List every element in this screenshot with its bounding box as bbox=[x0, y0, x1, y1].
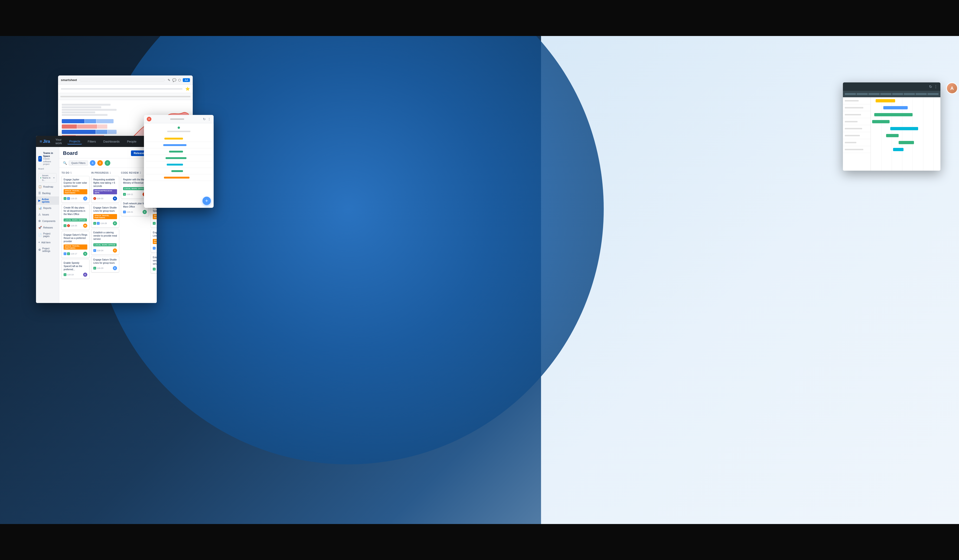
col-todo-header: TO DO 5 bbox=[62, 171, 89, 176]
card-prog-title-2: Engage Saturn Shuttle Lines for group to… bbox=[93, 206, 117, 213]
close-button[interactable]: ✕ bbox=[147, 117, 151, 121]
col-h-2 bbox=[857, 93, 868, 95]
ss-row-1 bbox=[62, 104, 110, 106]
card-prog-3[interactable]: Establish a catering vendor to provide m… bbox=[91, 229, 119, 255]
settings-icon[interactable]: ⭐ bbox=[185, 87, 190, 91]
seg-8 bbox=[96, 130, 107, 134]
nav-filters[interactable]: Filters bbox=[86, 139, 97, 144]
card-prog-footer-4: S 116-29 E bbox=[93, 266, 117, 270]
roadmap-icon: 📋 bbox=[38, 185, 42, 188]
gantt-task-row bbox=[843, 139, 871, 146]
share-icon[interactable]: ⬡ bbox=[178, 78, 181, 82]
gantt-more-icon[interactable]: ⋮ bbox=[934, 84, 938, 89]
filter-search-icon[interactable]: 🔍 bbox=[63, 161, 67, 165]
sprints-label: Active sprints bbox=[42, 198, 57, 203]
card-todo-4[interactable]: Enable Speedy SpaceCraft as the preferre… bbox=[62, 259, 89, 279]
gantt-task-row bbox=[843, 111, 871, 118]
filter-avatar-2[interactable]: B bbox=[97, 160, 103, 166]
card-prog-num-2: 116-28 bbox=[100, 222, 107, 224]
card-prog-avatar-2: E bbox=[113, 221, 117, 226]
gantt-refresh-icon[interactable]: ↻ bbox=[929, 84, 932, 89]
menu-project-settings[interactable]: ⚙ Project settings bbox=[36, 246, 59, 254]
gantt-task-list bbox=[843, 97, 871, 171]
nav-dashboards[interactable]: Dashboards bbox=[102, 139, 121, 144]
menu-active-sprints[interactable]: ▶ Active sprints bbox=[36, 196, 59, 205]
content-area: smartsheet ✎ 💬 ⬡ AA ⭐ bbox=[0, 36, 959, 524]
card-review-icons-1: S 116-11 bbox=[123, 193, 133, 196]
proj-settings-icon: ⚙ bbox=[38, 248, 41, 251]
card-todo-1[interactable]: Engage Jupiter Express for outer solar s… bbox=[62, 176, 89, 203]
card-prog-title-3: Establish a catering vendor to provide m… bbox=[93, 231, 117, 241]
jira-logo-j: Jira bbox=[43, 139, 50, 144]
cal-status-dot bbox=[178, 127, 180, 129]
card-prog-4[interactable]: Engage Saturn Shuttle Lines for group to… bbox=[91, 256, 119, 272]
proj-name-block: Teams in Space Classic software project bbox=[43, 152, 57, 166]
card-done-3[interactable]: Engage Saturn Shuttle Lines for group to… bbox=[151, 229, 157, 252]
gantt-bar-2 bbox=[883, 106, 908, 109]
board-content-area: Board Release ⋯ 🔍 Quick Filters A B C bbox=[59, 147, 157, 303]
sprint-chevron: ▾ bbox=[53, 177, 54, 179]
card-review-tag-1: LOCAL MARS OFFICE bbox=[123, 187, 146, 190]
card-done-footer-4: S 116-22 C bbox=[153, 267, 157, 271]
gantt-task-row bbox=[843, 146, 871, 153]
card-done-4[interactable]: Establish a catering vendor to provide m… bbox=[151, 254, 157, 273]
card-todo-2[interactable]: Create 90 day plans for all departments … bbox=[62, 204, 89, 230]
card-prog-icons-4: S 116-29 bbox=[93, 267, 104, 270]
gantt-task-row bbox=[843, 132, 871, 139]
sprint-indicator[interactable]: Scrum: Teams in S... ▾ bbox=[38, 173, 57, 183]
menu-backlog[interactable]: ☰ Backlog bbox=[36, 190, 59, 196]
ss-header-bar bbox=[61, 96, 190, 97]
nav-projects[interactable]: Projects bbox=[67, 138, 82, 145]
cal-refresh-icon[interactable]: ↻ bbox=[203, 117, 206, 121]
menu-reports[interactable]: 📊 Reports bbox=[36, 205, 59, 211]
gantt-bar-8 bbox=[893, 148, 903, 151]
card-prog-1[interactable]: Requesting available flights now taking … bbox=[91, 176, 119, 203]
black-bar-top bbox=[0, 0, 959, 36]
pencil-icon[interactable]: ✎ bbox=[168, 78, 170, 82]
cal-row-3 bbox=[146, 148, 212, 155]
card-done-title-4: Establish a catering vendor to provide m… bbox=[153, 256, 157, 266]
cal-header-icons: ↻ ⋮ bbox=[203, 117, 211, 121]
close-icon: ✕ bbox=[148, 118, 150, 121]
issues-label: Issues bbox=[42, 213, 49, 216]
card-prog-avatar-3: C bbox=[113, 248, 117, 253]
story-icon-prog-2: S bbox=[93, 222, 96, 225]
menu-components[interactable]: ⚙ Components bbox=[36, 218, 59, 224]
card-todo-3[interactable]: Engage Saturn's Rings Resort as a prefer… bbox=[62, 231, 89, 258]
cal-bar-4 bbox=[166, 157, 186, 159]
fab-button[interactable]: + bbox=[202, 197, 211, 205]
black-bar-bottom bbox=[0, 524, 959, 560]
card-prog-2[interactable]: Engage Saturn Shuttle Lines for group to… bbox=[91, 204, 119, 228]
card-num-3: 116-17 bbox=[70, 253, 77, 255]
menu-issues[interactable]: ⚠ Issues bbox=[36, 211, 59, 218]
card-prog-title-1: Requesting available flights now taking … bbox=[93, 178, 117, 188]
nav-people[interactable]: People bbox=[125, 139, 138, 144]
card-prog-num-1: 116-30 bbox=[97, 197, 104, 200]
filter-avatar-3[interactable]: C bbox=[105, 160, 110, 166]
card-review-title-1: Register with the Mars Ministry of Reven… bbox=[123, 178, 147, 185]
card-title-3: Engage Saturn's Rings Resort as a prefer… bbox=[64, 233, 87, 243]
board-filters: 🔍 Quick Filters A B C bbox=[59, 158, 157, 168]
col-h-5 bbox=[892, 93, 903, 95]
comment-icon[interactable]: 💬 bbox=[172, 78, 176, 82]
cal-more-icon[interactable]: ⋮ bbox=[207, 117, 211, 121]
add-item-label: Add item bbox=[41, 241, 50, 244]
jira-main-window: ⊞ Jira Your work Projects Filters Dashbo… bbox=[36, 136, 157, 303]
cal-header: ✕ ↻ ⋮ bbox=[144, 115, 213, 123]
menu-project-pages[interactable]: 📄 Project pages bbox=[36, 231, 59, 239]
task-label-1 bbox=[845, 100, 859, 102]
quick-filters-button[interactable]: Quick Filters bbox=[69, 161, 88, 165]
menu-roadmap[interactable]: 📋 Roadmap bbox=[36, 183, 59, 190]
ss-collab-btn[interactable]: AA bbox=[183, 78, 190, 82]
nav-your-work[interactable]: Your work bbox=[54, 137, 64, 146]
jira-topnav: ⊞ Jira Your work Projects Filters Dashbo… bbox=[36, 136, 157, 147]
task-icon-review-2: T bbox=[123, 211, 126, 213]
ss-search-bar[interactable] bbox=[80, 79, 165, 81]
menu-add-item[interactable]: + Add item bbox=[36, 239, 59, 246]
menu-releases[interactable]: 🚀 Releases bbox=[36, 224, 59, 231]
card-done-num-2: 116-14 bbox=[156, 222, 157, 224]
card-title-2: Create 90 day plans for all departments … bbox=[64, 206, 87, 216]
cal-bar-6 bbox=[171, 170, 183, 172]
ss-row-3 bbox=[62, 109, 116, 111]
filter-avatar-1[interactable]: A bbox=[90, 160, 96, 166]
